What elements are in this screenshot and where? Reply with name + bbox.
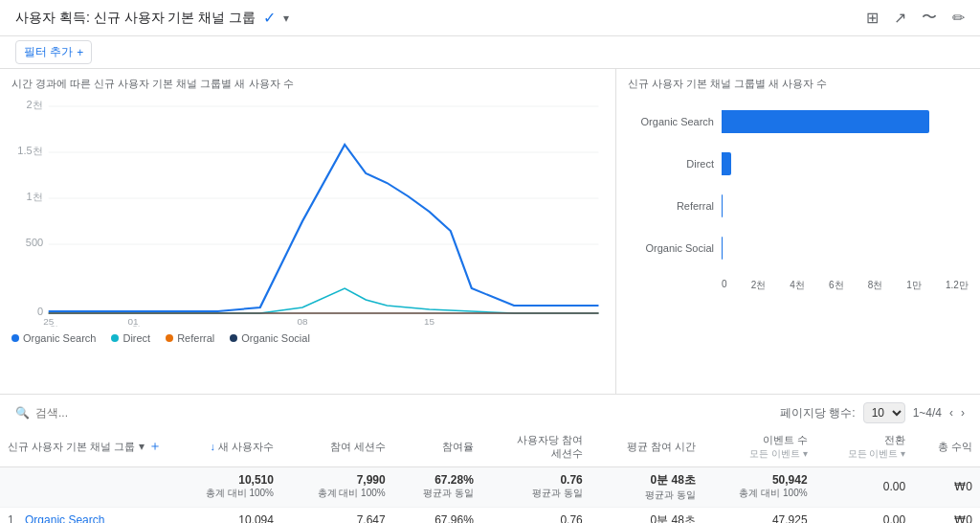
filter-bar: 필터 추가 + [0,36,980,69]
legend-label-referral: Referral [177,332,214,344]
share-icon[interactable]: ↗ [894,9,906,27]
totals-revenue: ₩0 [913,466,980,507]
add-dimension-icon[interactable]: ＋ [148,438,162,455]
x-tick-4k: 4천 [790,279,805,292]
page-range: 1~4/4 [913,406,942,420]
col-header-revenue: 총 수익 [913,427,980,466]
page-size-wrapper: 페이지당 행수: 10 25 50 1~4/4 ‹ › [780,402,965,423]
x-tick-12k: 1.2만 [946,279,969,292]
col-header-avg-time: 평균 참여 시간 [590,427,703,466]
row-num: 1 [8,513,14,523]
x-tick-0: 0 [722,279,727,292]
legend-dot-referral [166,334,173,342]
row-engagement-rate: 67.96% [393,507,481,523]
col-header-events: 이벤트 수모든 이벤트 ▾ [703,427,815,466]
legend-referral: Referral [166,332,214,344]
row-conversions: 0.00 [815,507,914,523]
title-dropdown-arrow[interactable]: ▾ [283,11,289,25]
charts-section: 시간 경과에 따른 신규 사용자 기본 채널 그룹별 새 사용자 수 2천 1.… [0,69,980,395]
svg-text:1월: 1월 [126,324,141,327]
legend-label-organic-social: Organic Social [241,332,310,344]
channel-col-dropdown[interactable]: ▾ [139,440,145,453]
totals-avg-time: 0분 48초 평균과 동일 [590,466,703,507]
table-row: 1 Organic Search 10,094 7,647 67.96% 0.7… [0,507,980,523]
row-sessions: 7,647 [281,507,393,523]
search-icon: 🔍 [15,406,30,420]
x-tick-2k: 2천 [751,279,767,292]
table-body: 1 Organic Search 10,094 7,647 67.96% 0.7… [0,507,980,523]
data-table: 신규 사용자 기본 채널 그룹 ▾ ＋ ↓ 새 사용자수 참여 세션수 참여율 … [0,427,980,523]
bar-row-direct: Direct [628,152,969,175]
bar-chart-title: 신규 사용자 기본 채널 그룹별 새 사용자 수 [628,77,969,91]
bar-fill-organic-search [722,110,929,133]
add-filter-button[interactable]: 필터 추가 + [15,40,92,64]
bar-label-organic-social: Organic Social [628,242,714,254]
table-section: 🔍 페이지당 행수: 10 25 50 1~4/4 ‹ › 신규 사용자 기본 … [0,395,980,523]
sort-arrow-icon: ↓ [210,441,215,452]
totals-sessions: 7,990 총계 대비 100% [281,466,393,507]
header-left: 사용자 획득: 신규 사용자 기본 채널 그룹 ✓ ▾ [15,9,289,27]
bar-fill-referral [722,194,723,217]
line-chart-title: 시간 경과에 따른 신규 사용자 기본 채널 그룹별 새 사용자 수 [11,77,604,91]
legend-dot-organic-social [230,334,237,342]
verified-icon: ✓ [263,9,276,27]
svg-text:0: 0 [37,307,43,317]
search-input[interactable] [35,406,150,420]
row-events: 47,925 [703,507,815,523]
totals-engagement-rate: 67.28% 평균과 동일 [393,466,481,507]
table-header-row: 신규 사용자 기본 채널 그룹 ▾ ＋ ↓ 새 사용자수 참여 세션수 참여율 … [0,427,980,466]
row-channel[interactable]: 1 Organic Search [0,507,169,523]
bar-chart-section: 신규 사용자 기본 채널 그룹별 새 사용자 수 Organic Search … [616,69,980,394]
svg-text:08: 08 [297,316,307,326]
bar-row-referral: Referral [628,194,969,217]
bar-label-referral: Referral [628,200,714,212]
bar-x-axis: 0 2천 4천 6천 8천 1만 1.2만 [722,279,969,292]
bar-label-direct: Direct [628,158,714,170]
svg-text:2천: 2천 [26,100,43,110]
bar-track-referral [722,194,969,217]
bar-row-organic-social: Organic Social [628,237,969,260]
legend-label-organic-search: Organic Search [23,332,96,344]
legend-dot-direct [111,334,119,342]
prev-page-icon[interactable]: ‹ [949,406,953,420]
bar-fill-direct [722,152,731,175]
x-tick-10k: 1만 [906,279,922,292]
page-size-label: 페이지당 행수: [780,405,856,421]
page-header: 사용자 획득: 신규 사용자 기본 채널 그룹 ✓ ▾ ⊞ ↗ 〜 ✏ [0,0,980,36]
bar-fill-organic-social [722,237,723,260]
col-header-conversions: 전환모든 이벤트 ▾ [815,427,914,466]
totals-conversions: 0.00 [815,466,914,507]
bar-track-organic-social [722,237,969,260]
col-header-new-users: ↓ 새 사용자수 [169,427,281,466]
row-revenue: ₩0 [913,507,980,523]
compare-icon[interactable]: ⊞ [866,9,879,27]
bar-track-organic-search [722,110,969,133]
svg-text:12월: 12월 [38,324,57,327]
col-header-engagement-rate: 참여율 [393,427,481,466]
totals-events: 50,942 총계 대비 100% [703,466,815,507]
legend-label-direct: Direct [122,332,150,344]
add-filter-plus: + [77,46,83,59]
table-totals-row: 10,510 총계 대비 100% 7,990 총계 대비 100% 67.28… [0,466,980,507]
svg-text:1천: 1천 [26,192,43,202]
edit-icon[interactable]: ✏ [952,9,965,27]
col-new-users-label: 새 사용자수 [218,440,274,454]
bar-chart-container: Organic Search Direct Referral Organic S… [628,110,969,359]
row-sessions-per-user: 0.76 [481,507,590,523]
totals-label [0,466,169,507]
header-right: ⊞ ↗ 〜 ✏ [866,8,965,28]
page-title: 사용자 획득: 신규 사용자 기본 채널 그룹 [15,10,256,27]
bar-label-organic-search: Organic Search [628,116,714,127]
next-page-icon[interactable]: › [961,406,965,420]
row-avg-time: 0분 48초 [590,507,703,523]
page-size-select[interactable]: 10 25 50 [863,402,905,423]
chart-legend: Organic Search Direct Referral Organic S… [11,332,604,344]
trend-icon[interactable]: 〜 [922,8,937,28]
bar-row-organic-search: Organic Search [628,110,969,133]
add-filter-label: 필터 추가 [24,44,73,60]
x-tick-8k: 8천 [868,279,883,292]
col-channel-label: 신규 사용자 기본 채널 그룹 [8,440,135,454]
legend-organic-search: Organic Search [11,332,96,344]
line-chart-svg: 2천 1.5천 1천 500 0 25 [11,97,604,327]
line-chart-section: 시간 경과에 따른 신규 사용자 기본 채널 그룹별 새 사용자 수 2천 1.… [0,69,616,394]
